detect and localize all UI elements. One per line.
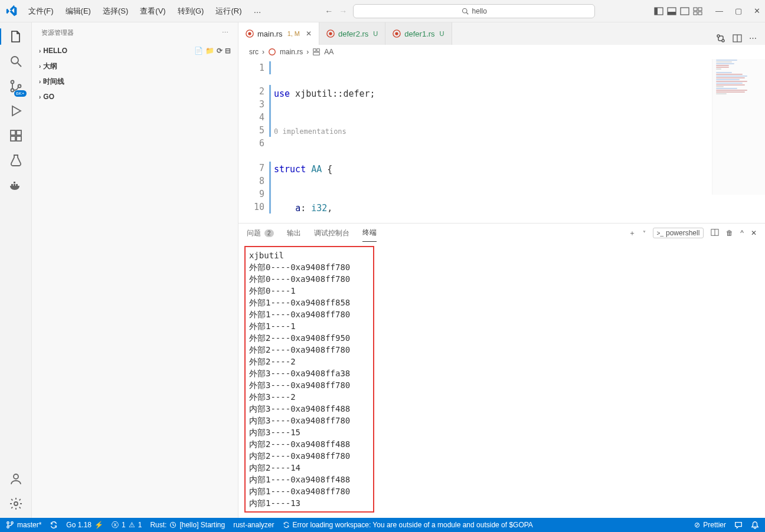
testing-icon[interactable] bbox=[8, 152, 24, 169]
compare-changes-icon[interactable] bbox=[716, 34, 725, 45]
search-activity-icon[interactable] bbox=[8, 53, 24, 70]
tab-defer1-rs[interactable]: defer1.rs U bbox=[385, 22, 452, 45]
sync-changes[interactable] bbox=[50, 521, 58, 529]
new-terminal-icon[interactable]: ＋ bbox=[629, 228, 636, 238]
svg-line-1 bbox=[466, 12, 468, 14]
accounts-icon[interactable] bbox=[8, 471, 24, 487]
close-tab-icon[interactable]: ✕ bbox=[306, 29, 312, 38]
rust-status[interactable]: Rust:[hello] Starting bbox=[150, 521, 225, 529]
rust-file-icon bbox=[326, 29, 335, 38]
maximize-panel-icon[interactable]: ^ bbox=[740, 229, 744, 237]
sidebar-title: 资源管理器 bbox=[41, 28, 74, 37]
close-button[interactable]: ✕ bbox=[754, 6, 760, 15]
svg-point-29 bbox=[329, 32, 332, 35]
split-terminal-icon[interactable] bbox=[711, 228, 719, 238]
line-numbers: 12345678910 bbox=[238, 59, 269, 223]
refresh-icon[interactable]: ⟳ bbox=[217, 47, 223, 55]
outline-section[interactable]: ›大纲 bbox=[32, 58, 238, 74]
svg-rect-21 bbox=[14, 184, 15, 186]
minimap[interactable] bbox=[712, 59, 765, 195]
svg-rect-3 bbox=[655, 8, 658, 15]
scm-badge: 6K+ bbox=[14, 90, 26, 97]
layout-panel-icon[interactable] bbox=[667, 6, 676, 16]
svg-rect-17 bbox=[11, 136, 15, 141]
svg-rect-19 bbox=[17, 130, 21, 135]
close-panel-icon[interactable]: ✕ bbox=[751, 229, 757, 237]
svg-rect-18 bbox=[17, 136, 21, 141]
terminal-profile[interactable]: >_powershell bbox=[653, 228, 704, 238]
notifications-icon[interactable] bbox=[751, 521, 759, 529]
svg-rect-9 bbox=[694, 12, 697, 15]
menu-go[interactable]: 转到(G) bbox=[173, 4, 209, 19]
sidebar-more-icon[interactable]: ⋯ bbox=[222, 29, 228, 37]
menu-run[interactable]: 运行(R) bbox=[211, 4, 246, 19]
rust-file-icon bbox=[246, 29, 254, 38]
nav-back-icon[interactable]: ← bbox=[325, 6, 333, 16]
svg-point-24 bbox=[14, 474, 18, 479]
docker-icon[interactable] bbox=[8, 177, 24, 193]
svg-point-33 bbox=[722, 40, 724, 42]
layout-customize-icon[interactable] bbox=[693, 6, 702, 16]
menu-file[interactable]: 文件(F) bbox=[24, 4, 58, 19]
problems-status[interactable]: ⓧ1⚠1 bbox=[112, 520, 142, 530]
menu-more[interactable]: … bbox=[249, 4, 266, 19]
go-version[interactable]: Go 1.18⚡ bbox=[66, 521, 103, 529]
svg-point-11 bbox=[11, 57, 18, 64]
code-editor[interactable]: 12345678910 use xjbutil::defer; 0 implem… bbox=[238, 59, 765, 223]
go-section[interactable]: ›GO bbox=[32, 89, 238, 104]
output-tab[interactable]: 输出 bbox=[287, 225, 301, 242]
breadcrumb[interactable]: src› main.rs› AA bbox=[238, 45, 765, 59]
kill-terminal-icon[interactable]: 🗑 bbox=[726, 229, 733, 237]
command-center[interactable]: hello bbox=[353, 4, 595, 18]
codelens-implementations[interactable]: 0 implementations bbox=[274, 126, 765, 137]
svg-rect-6 bbox=[681, 8, 689, 15]
svg-rect-38 bbox=[317, 49, 319, 51]
terminal-content[interactable]: xjbutil外部0----0xa9408ff780外部0----0xa9408… bbox=[238, 242, 765, 518]
svg-rect-5 bbox=[668, 12, 676, 15]
search-icon bbox=[462, 8, 469, 15]
workspace-error[interactable]: Error loading workspace: You are outside… bbox=[283, 521, 533, 529]
svg-point-44 bbox=[11, 522, 14, 524]
svg-point-36 bbox=[269, 49, 276, 55]
menu-selection[interactable]: 选择(S) bbox=[98, 4, 133, 19]
layout-sidebar-left-icon[interactable] bbox=[654, 6, 663, 16]
prettier-status[interactable]: ⊘Prettier bbox=[694, 521, 726, 529]
folder-hello[interactable]: ›HELLO📄📁⟳⊟ bbox=[32, 43, 238, 58]
source-control-icon[interactable]: 6K+ bbox=[8, 78, 24, 94]
svg-point-0 bbox=[462, 8, 467, 13]
search-text: hello bbox=[472, 7, 487, 15]
layout-sidebar-right-icon[interactable] bbox=[680, 6, 689, 16]
run-debug-icon[interactable] bbox=[8, 103, 24, 119]
bottom-panel: 问题2 输出 调试控制台 终端 ＋ ˅ >_powershell 🗑 ^ ✕ x… bbox=[238, 223, 765, 518]
svg-rect-7 bbox=[694, 8, 697, 11]
minimize-button[interactable]: — bbox=[715, 6, 723, 15]
nav-forward-icon[interactable]: → bbox=[339, 6, 347, 16]
more-actions-icon[interactable]: ⋯ bbox=[749, 34, 757, 45]
terminal-tab[interactable]: 终端 bbox=[362, 224, 377, 242]
tab-defer2-rs[interactable]: defer2.rs U bbox=[319, 22, 385, 45]
collapse-icon[interactable]: ⊟ bbox=[225, 47, 231, 55]
debug-console-tab[interactable]: 调试控制台 bbox=[314, 225, 349, 242]
menu-edit[interactable]: 编辑(E) bbox=[61, 4, 96, 19]
tab-main-rs[interactable]: main.rs 1, M ✕ bbox=[238, 22, 319, 45]
menu-bar: 文件(F) 编辑(E) 选择(S) 查看(V) 转到(G) 运行(R) … bbox=[24, 4, 266, 19]
problems-tab[interactable]: 问题2 bbox=[247, 225, 274, 242]
svg-rect-39 bbox=[313, 52, 320, 55]
extensions-icon[interactable] bbox=[8, 127, 24, 144]
rust-analyzer-status[interactable]: rust-analyzer bbox=[233, 521, 274, 529]
svg-point-32 bbox=[717, 35, 720, 37]
git-branch[interactable]: master* bbox=[6, 521, 41, 529]
feedback-icon[interactable] bbox=[734, 521, 743, 529]
svg-point-31 bbox=[395, 32, 398, 35]
menu-view[interactable]: 查看(V) bbox=[135, 4, 170, 19]
split-editor-icon[interactable] bbox=[733, 34, 742, 45]
settings-gear-icon[interactable] bbox=[8, 495, 24, 512]
svg-point-25 bbox=[14, 502, 18, 505]
timeline-section[interactable]: ›时间线 bbox=[32, 74, 238, 89]
new-folder-icon[interactable]: 📁 bbox=[205, 47, 214, 55]
new-file-icon[interactable]: 📄 bbox=[194, 47, 203, 55]
explorer-icon[interactable] bbox=[8, 28, 24, 45]
rust-file-icon bbox=[268, 48, 276, 56]
terminal-dropdown-icon[interactable]: ˅ bbox=[643, 230, 646, 237]
maximize-button[interactable]: ▢ bbox=[735, 6, 742, 15]
